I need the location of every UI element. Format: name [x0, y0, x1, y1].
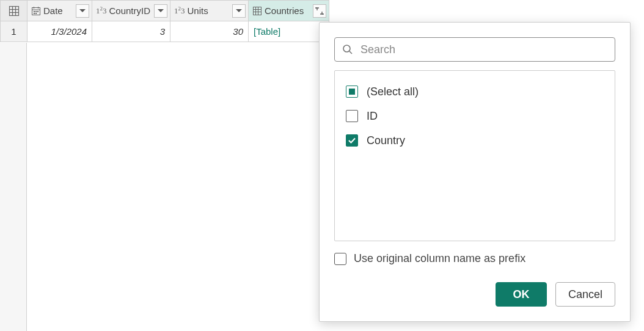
expand-columns-popup: (Select all) ID Country Use original col… — [319, 22, 631, 322]
header-countryid-filter[interactable] — [154, 4, 167, 18]
header-date[interactable]: Date — [27, 1, 92, 21]
cell-units[interactable]: 30 — [170, 21, 249, 42]
svg-rect-11 — [37, 11, 38, 12]
checkbox-unchecked-icon — [346, 110, 358, 122]
use-prefix-row[interactable]: Use original column name as prefix — [334, 252, 615, 265]
number-type-icon: 123 — [96, 5, 107, 16]
option-id-row[interactable]: ID — [346, 104, 604, 128]
option-country-row[interactable]: Country — [346, 128, 604, 153]
option-country-label: Country — [367, 134, 405, 147]
row-index: 1 — [1, 21, 27, 42]
button-row: OK Cancel — [334, 282, 615, 307]
number-type-icon: 123 — [174, 5, 185, 16]
header-date-label: Date — [43, 5, 73, 16]
chevron-down-icon — [158, 9, 164, 13]
rownum-gutter — [0, 43, 27, 331]
search-input[interactable] — [359, 43, 607, 57]
header-units[interactable]: 123 Units — [170, 1, 249, 21]
date-icon — [31, 6, 41, 16]
header-units-label: Units — [188, 5, 230, 16]
select-all-label: (Select all) — [367, 85, 419, 98]
use-prefix-label: Use original column name as prefix — [354, 252, 525, 265]
data-grid: Date 123 CountryID 123 Units — [0, 0, 329, 42]
select-all-row[interactable]: (Select all) — [346, 79, 604, 104]
header-units-filter[interactable] — [232, 4, 246, 18]
chevron-down-icon — [236, 9, 242, 13]
header-countries-expand[interactable] — [313, 4, 326, 18]
header-row: Date 123 CountryID 123 Units — [1, 1, 329, 21]
column-list: (Select all) ID Country — [334, 70, 615, 241]
search-field-wrap[interactable] — [334, 37, 615, 62]
svg-rect-9 — [34, 11, 35, 12]
header-countryid[interactable]: 123 CountryID — [92, 1, 170, 21]
option-id-label: ID — [367, 110, 378, 123]
ok-button[interactable]: OK — [496, 282, 547, 307]
svg-rect-14 — [254, 7, 262, 15]
chevron-down-icon — [79, 9, 86, 13]
header-countryid-label: CountryID — [109, 5, 152, 16]
header-countries-label: Countries — [265, 5, 310, 16]
checkbox-unchecked-icon — [334, 253, 346, 265]
cell-countries[interactable]: [Table] — [249, 21, 329, 42]
svg-rect-13 — [35, 13, 37, 14]
row-number-cell: 1 — [1, 21, 27, 42]
table-icon — [9, 5, 20, 16]
svg-rect-10 — [35, 11, 37, 12]
cancel-button[interactable]: Cancel — [555, 282, 615, 307]
table-row[interactable]: 1 1/3/2024 3 30 [Table] — [1, 21, 329, 42]
row-number-header — [1, 1, 27, 21]
checkbox-checked-icon — [346, 134, 358, 147]
svg-point-19 — [343, 45, 350, 52]
checkbox-tristate-icon — [346, 85, 358, 98]
svg-rect-0 — [9, 6, 18, 15]
table-icon — [252, 6, 262, 16]
expand-icon — [315, 7, 324, 15]
header-countries[interactable]: Countries — [249, 1, 329, 21]
svg-line-20 — [349, 51, 352, 54]
search-icon — [342, 44, 353, 55]
cell-date[interactable]: 1/3/2024 — [27, 21, 92, 42]
header-date-filter[interactable] — [76, 4, 89, 18]
svg-rect-12 — [34, 13, 35, 14]
cell-countryid[interactable]: 3 — [92, 21, 170, 42]
